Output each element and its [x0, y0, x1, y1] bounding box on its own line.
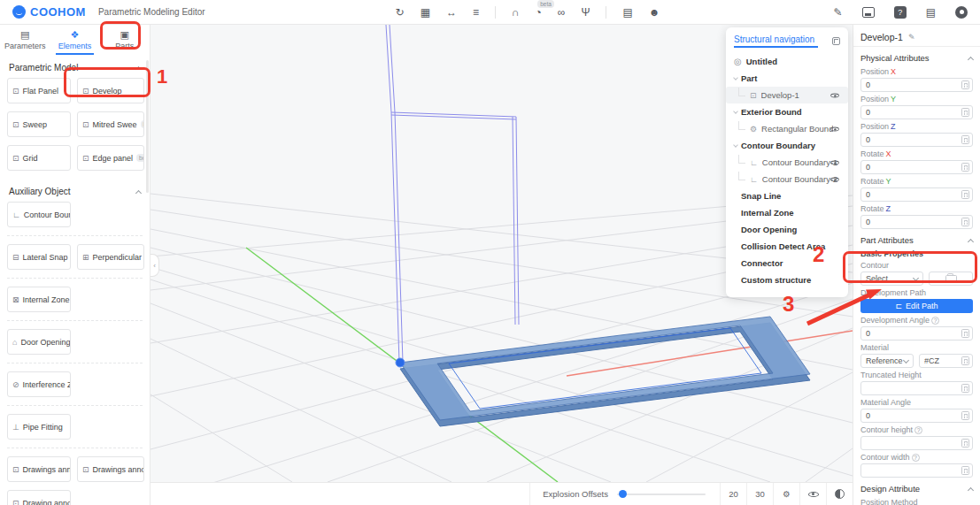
truncated-height-input[interactable]	[860, 381, 973, 395]
formula-calculator-icon[interactable]	[961, 190, 969, 199]
tree-group-exterior-bound[interactable]: Exterior Bound	[726, 103, 848, 120]
rotate-z-input[interactable]	[860, 215, 973, 229]
sidebar-collapse-handle[interactable]: ‹	[150, 254, 159, 277]
edge-panel-button[interactable]: ⊡Edge panelbeta	[77, 145, 144, 171]
arc-tool-icon[interactable]: ∩	[512, 7, 520, 18]
wireframe-sketch[interactable]	[386, 25, 519, 363]
tree-group-custom-structure[interactable]: Custom structure	[726, 272, 848, 288]
edit-pencil-icon[interactable]: ✎	[834, 7, 843, 18]
collapse-panel-icon[interactable]	[832, 37, 840, 45]
contour-file-picker[interactable]	[929, 272, 973, 286]
dimension-icon[interactable]: ↔	[446, 7, 457, 18]
position-y-input[interactable]	[860, 105, 973, 119]
formula-calculator-icon[interactable]	[961, 466, 969, 475]
development-angle-input[interactable]	[860, 326, 973, 340]
contour-height-input[interactable]	[860, 436, 973, 450]
formula-calculator-icon[interactable]	[961, 218, 969, 226]
visibility-button[interactable]	[799, 483, 826, 505]
formula-calculator-icon[interactable]	[961, 135, 969, 144]
tab-parameters[interactable]: ▤ Parameters	[0, 25, 50, 55]
parametric-model-section-header[interactable]: Parametric Model	[0, 55, 150, 78]
snap-settings-icon[interactable]: ↻	[396, 7, 405, 18]
auxiliary-object-section-header[interactable]: Auxiliary Object	[0, 179, 150, 202]
help-tooltip-icon[interactable]: ?	[931, 317, 939, 325]
position-x-input[interactable]	[860, 78, 973, 92]
coohom-logo-icon[interactable]	[12, 5, 26, 19]
formula-calculator-icon[interactable]	[961, 329, 969, 338]
tree-group-connector[interactable]: Connector	[726, 255, 848, 272]
export-file-icon[interactable]: ▤	[622, 7, 632, 18]
tree-item-contour-boundary-2[interactable]: ∟ Contour Boundary-2	[726, 171, 848, 187]
pipe-fitting-button[interactable]: ⊥Pipe Fitting	[7, 414, 71, 440]
file-report-icon[interactable]: ▤	[926, 7, 936, 18]
sweep-button[interactable]: ⊡Sweep	[7, 111, 71, 137]
help-icon[interactable]: ?	[894, 6, 907, 19]
door-opening-button[interactable]: ⌂Door Opening	[7, 329, 71, 355]
flat-panel-button[interactable]: ⊡Flat Panel	[7, 78, 71, 103]
drawing-annotation-button[interactable]: ⊡Drawing annot...	[7, 490, 71, 505]
visibility-eye-icon[interactable]	[830, 125, 839, 134]
grid-button[interactable]: ⊡Grid	[7, 145, 71, 171]
contour-boundary-button[interactable]: ∟Contour Bound...	[7, 202, 71, 227]
link-icon[interactable]: ∞	[558, 7, 566, 18]
help-tooltip-icon[interactable]: ?	[912, 454, 920, 462]
whiteboard-icon[interactable]	[862, 7, 875, 18]
tree-group-door-opening[interactable]: Door Opening	[726, 221, 848, 238]
formula-calculator-icon[interactable]	[961, 108, 969, 117]
formula-calculator-icon[interactable]	[961, 439, 969, 448]
formula-calculator-icon[interactable]	[961, 163, 969, 172]
contour-select[interactable]: Select	[860, 272, 923, 286]
circle-tool-icon[interactable]: ◔beta	[536, 7, 542, 18]
position-z-input[interactable]	[860, 133, 973, 147]
drawings-annotation-button[interactable]: ⊡Drawings anno...	[7, 456, 71, 482]
zoom-20-button[interactable]: 20	[720, 483, 746, 505]
structure-list-icon[interactable]: ≡	[473, 7, 479, 18]
tree-group-snap-line[interactable]: Snap Line	[726, 187, 848, 204]
rename-pencil-icon[interactable]: ✎	[908, 33, 915, 42]
visibility-eye-icon[interactable]	[830, 91, 839, 100]
contour-width-input[interactable]	[860, 463, 973, 478]
tree-item-contour-boundary-1[interactable]: ∟ Contour Boundary-1	[726, 154, 848, 171]
tab-parts[interactable]: ▣ Parts	[100, 25, 150, 55]
expander-icon[interactable]	[733, 75, 738, 80]
settings-gear-icon[interactable]	[955, 6, 968, 19]
lateral-snap-line-button[interactable]: ⊟Lateral Snap Line	[7, 244, 71, 270]
internal-zone-button[interactable]: ⊠Internal Zone	[7, 287, 71, 312]
develop-frame-model[interactable]	[396, 317, 810, 426]
display-settings-button[interactable]: ⚙	[773, 483, 799, 505]
tree-group-collision-detect-area[interactable]: Collision Detect Area	[726, 238, 848, 255]
formula-calculator-icon[interactable]	[961, 356, 969, 365]
sidebar-scrollbar[interactable]	[146, 60, 149, 193]
rotate-y-input[interactable]	[860, 187, 973, 202]
expander-icon[interactable]	[733, 109, 738, 114]
zoom-30-button[interactable]: 30	[746, 483, 773, 505]
rotate-x-input[interactable]	[860, 160, 973, 174]
origin-point[interactable]	[396, 358, 405, 367]
tree-root-untitled[interactable]: ◎ Untitled	[726, 53, 848, 70]
develop-button[interactable]: ⊡Develop	[77, 78, 144, 103]
help-tooltip-icon[interactable]: ?	[914, 426, 922, 434]
perpendicular-button[interactable]: ⊞Perpendicular ...	[77, 244, 144, 270]
mitred-sweep-button[interactable]: ⊡Mitred Sweebeta	[77, 111, 144, 137]
node-graph-icon[interactable]: Ψ	[581, 7, 590, 18]
material-angle-input[interactable]	[860, 409, 973, 423]
edit-path-button[interactable]: ⊏ Edit Path	[860, 299, 973, 313]
interference-zone-button[interactable]: ⊘Interference Zo...	[7, 371, 71, 397]
material-mode-select[interactable]: Reference	[860, 354, 914, 368]
visibility-eye-icon[interactable]	[830, 175, 839, 184]
account-icon[interactable]: ☻	[649, 7, 660, 18]
formula-calculator-icon[interactable]	[961, 80, 969, 89]
contrast-button[interactable]	[826, 483, 853, 505]
slider-knob[interactable]	[619, 490, 627, 498]
tab-elements[interactable]: ❖ Elements	[50, 25, 99, 55]
formula-calculator-icon[interactable]	[961, 384, 969, 393]
drawings-annotation-button[interactable]: ⊡Drawings anno...	[77, 456, 144, 482]
explosion-offsets-slider[interactable]	[617, 494, 706, 495]
tree-group-internal-zone[interactable]: Internal Zone	[726, 204, 848, 221]
formula-calculator-icon[interactable]	[961, 411, 969, 420]
tree-item-develop-1[interactable]: ⊡ Develop-1	[726, 87, 848, 103]
design-attribute-header[interactable]: Design Attribute	[860, 484, 973, 494]
part-attributes-header[interactable]: Part Attributes	[860, 235, 973, 245]
physical-attributes-header[interactable]: Physical Attributes	[860, 53, 973, 63]
tree-item-rectangular-bound[interactable]: ⚙ Rectangular Bound	[726, 120, 848, 137]
